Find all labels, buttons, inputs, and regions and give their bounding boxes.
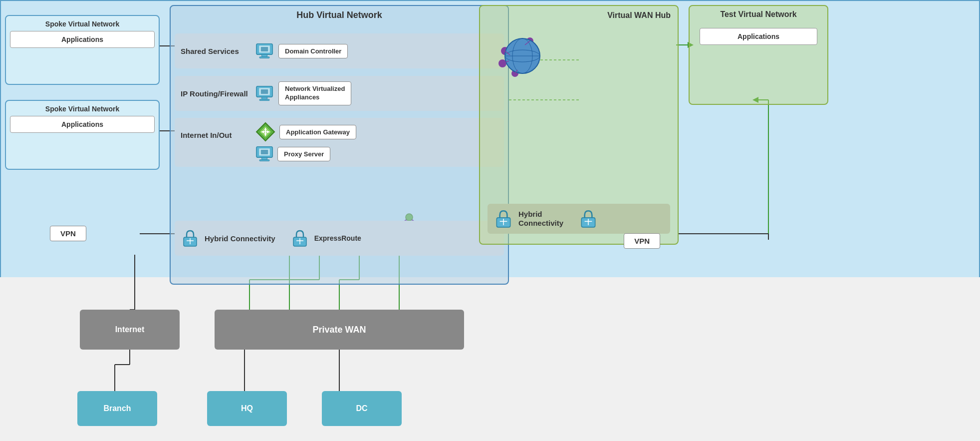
hub-hybrid-label: Hybrid Connectivity [205,234,275,243]
expressroute-label: ExpressRoute [314,234,361,242]
globe-icon [495,31,545,81]
hub-row-internet-inout: Internet In/Out Application [175,118,504,167]
hub-row-shared-services: Shared Services Domain Controller [175,33,504,68]
proxy-server-box: Proxy Server [277,147,330,161]
monitor-icon-3 [255,145,273,163]
test-vnet: Test Virtual Network Applications [689,5,828,105]
wan-hybrid-label: HybridConnectivity [518,210,563,228]
wan-hub-title: Virtual WAN Hub [480,6,678,20]
test-vnet-title: Test Virtual Network [690,6,827,23]
branch-node: Branch [77,391,157,426]
spoke-vnet-2: Spoke Virtual Network Applications [5,100,160,170]
vpn-box-wan: VPN [624,233,660,249]
globe-icon-container [495,31,545,83]
dc-node: DC [322,391,402,426]
nva-text: Network VirtualizedAppliances [285,85,345,102]
lock-icon-hub [181,229,200,248]
svg-rect-39 [259,57,269,58]
ip-routing-label: IP Routing/Firewall [181,89,250,98]
monitor-icon-2 [255,84,273,102]
hub-row-ip-routing: IP Routing/Firewall Network VirtualizedA… [175,76,504,111]
hq-node: HQ [207,391,287,426]
vpn-box-left: VPN [50,226,86,241]
lock-icon-wan-2 [578,209,598,229]
shared-services-label: Shared Services [181,47,250,55]
diamond-icon [255,122,275,142]
spoke-vnet-1-app: Applications [10,31,155,48]
application-gateway-box: Application Gateway [279,125,356,139]
private-wan-box: Private WAN [215,310,464,350]
svg-rect-41 [261,47,268,51]
test-vnet-app: Applications [700,28,817,45]
monitor-icon-1 [255,42,273,60]
svg-rect-57 [259,160,269,161]
expressroute-icon [290,229,309,248]
svg-rect-44 [259,99,269,101]
internet-inout-label: Internet In/Out [181,122,250,139]
internet-box: Internet [80,310,180,350]
svg-rect-59 [261,150,268,154]
spoke-vnet-1: Spoke Virtual Network Applications [5,15,160,85]
test-vnet-app-box: Applications [700,28,817,45]
hub-row-hybrid: Hybrid Connectivity ExpressRoute [175,221,504,256]
domain-controller-box: Domain Controller [278,44,348,58]
lock-icon-wan-1 [493,209,513,229]
wan-hub: Virtual WAN Hub [479,5,679,245]
hub-vnet-title: Hub Virtual Network [171,6,508,24]
svg-rect-43 [262,97,267,99]
wan-hybrid-row: HybridConnectivity VPN [488,204,670,234]
svg-rect-38 [262,54,267,57]
spoke-vnet-1-title: Spoke Virtual Network [10,20,155,28]
spoke-vnet-2-title: Spoke Virtual Network [10,105,155,113]
svg-rect-56 [262,157,267,160]
spoke-vnet-2-app: Applications [10,116,155,133]
network-virtualized-box: Network VirtualizedAppliances [278,81,351,105]
hub-vnet: Hub Virtual Network Shared Services Doma… [170,5,509,285]
svg-rect-46 [261,89,268,94]
